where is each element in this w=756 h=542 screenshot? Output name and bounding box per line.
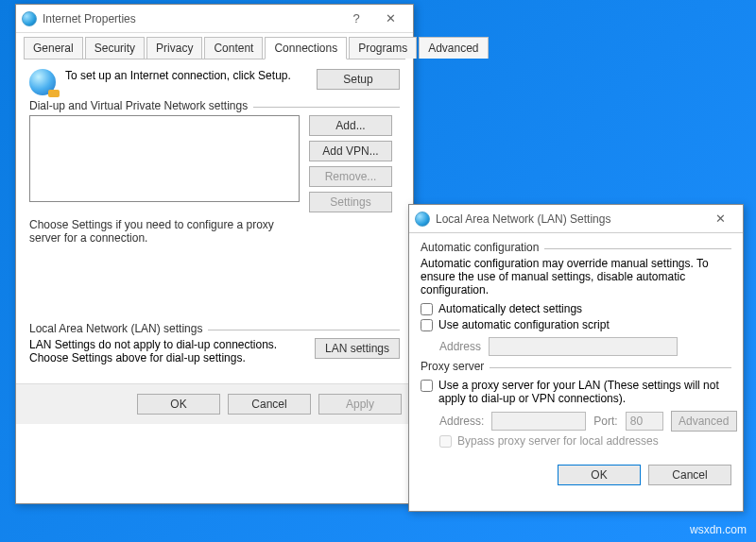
tab-connections[interactable]: Connections	[265, 37, 347, 59]
script-address-label: Address	[439, 340, 481, 353]
setup-text: To set up an Internet connection, click …	[65, 69, 307, 82]
dialog-footer: OK Cancel Apply	[16, 383, 413, 424]
remove-button[interactable]: Remove...	[309, 166, 392, 187]
lan-settings-button[interactable]: LAN settings	[315, 338, 400, 359]
window-title: Internet Properties	[43, 12, 339, 25]
lan-ok-button[interactable]: OK	[558, 465, 641, 485]
script-address-input	[489, 337, 678, 356]
auto-detect-input[interactable]	[421, 303, 433, 315]
apply-button[interactable]: Apply	[318, 394, 402, 415]
bypass-input	[439, 435, 452, 448]
connections-listbox[interactable]	[29, 115, 300, 202]
add-button[interactable]: Add...	[309, 115, 392, 136]
proxy-address-input	[491, 412, 586, 431]
dialup-hint: Choose Settings if you need to configure…	[29, 218, 294, 245]
tab-strip: General Security Privacy Content Connect…	[24, 37, 405, 59]
lan-window-title: Local Area Network (LAN) Settings	[436, 212, 703, 226]
dialup-group: Dial-up and Virtual Private Network sett…	[29, 107, 400, 245]
internet-properties-dialog: Internet Properties ? ✕ General Security…	[15, 4, 414, 504]
globe-icon	[29, 69, 56, 95]
settings-button[interactable]: Settings	[309, 192, 392, 212]
proxy-port-input	[626, 412, 663, 431]
auto-script-checkbox[interactable]: Use automatic configuration script	[421, 318, 731, 331]
dialup-legend: Dial-up and Virtual Private Network sett…	[29, 99, 253, 112]
use-proxy-label: Use a proxy server for your LAN (These s…	[438, 379, 731, 405]
tab-programs[interactable]: Programs	[349, 37, 417, 59]
lan-group: Local Area Network (LAN) settings LAN Se…	[29, 330, 400, 364]
watermark: wsxdn.com	[690, 523, 747, 536]
use-proxy-checkbox[interactable]: Use a proxy server for your LAN (These s…	[421, 379, 731, 405]
auto-detect-label: Automatically detect settings	[438, 302, 582, 315]
auto-script-label: Use automatic configuration script	[438, 318, 610, 331]
auto-detect-checkbox[interactable]: Automatically detect settings	[421, 302, 731, 315]
help-button[interactable]: ?	[339, 6, 373, 32]
bypass-checkbox: Bypass proxy server for local addresses	[439, 434, 731, 448]
auto-config-legend: Automatic configuration	[421, 241, 544, 254]
proxy-address-label: Address:	[439, 415, 484, 428]
tab-security[interactable]: Security	[85, 37, 145, 59]
use-proxy-input[interactable]	[421, 380, 433, 392]
tab-general[interactable]: General	[24, 37, 83, 59]
lan-cancel-button[interactable]: Cancel	[648, 465, 731, 485]
add-vpn-button[interactable]: Add VPN...	[309, 141, 392, 161]
auto-config-group: Automatic configuration Automatic config…	[421, 248, 731, 356]
ok-button[interactable]: OK	[137, 394, 220, 415]
close-button[interactable]: ✕	[703, 206, 737, 232]
bypass-label: Bypass proxy server for local addresses	[457, 434, 659, 448]
lan-settings-dialog: Local Area Network (LAN) Settings ✕ Auto…	[408, 204, 744, 512]
cancel-button[interactable]: Cancel	[228, 394, 311, 415]
tab-privacy[interactable]: Privacy	[146, 37, 202, 59]
auto-config-text: Automatic configuration may override man…	[421, 257, 731, 296]
lan-hint: LAN Settings do not apply to dial-up con…	[29, 338, 305, 364]
advanced-button[interactable]: Advanced	[671, 411, 737, 432]
internet-options-icon	[22, 11, 37, 26]
lan-titlebar[interactable]: Local Area Network (LAN) Settings ✕	[409, 205, 743, 233]
titlebar[interactable]: Internet Properties ? ✕	[16, 5, 413, 33]
internet-options-icon	[415, 212, 430, 227]
tab-content[interactable]: Content	[204, 37, 263, 59]
proxy-group: Proxy server Use a proxy server for your…	[421, 367, 731, 448]
tab-panel-connections: To set up an Internet connection, click …	[16, 59, 413, 383]
proxy-legend: Proxy server	[421, 360, 490, 373]
proxy-port-label: Port:	[593, 415, 617, 428]
tab-advanced[interactable]: Advanced	[419, 37, 488, 59]
setup-button[interactable]: Setup	[317, 69, 400, 90]
auto-script-input[interactable]	[421, 319, 433, 331]
close-button[interactable]: ✕	[373, 6, 407, 32]
lan-legend: Local Area Network (LAN) settings	[29, 322, 208, 335]
